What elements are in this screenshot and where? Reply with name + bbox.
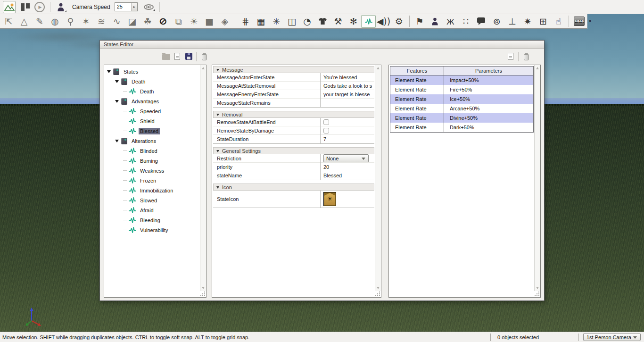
- vegetation-icon[interactable]: ☘: [140, 14, 156, 28]
- tree-item-alterations[interactable]: Alterations: [104, 136, 199, 146]
- open-button[interactable]: [160, 51, 172, 62]
- anvil-icon[interactable]: ⊥: [504, 14, 520, 28]
- eye-icon[interactable]: [144, 4, 154, 10]
- delete-button-right[interactable]: [520, 51, 532, 62]
- scroll-down-arrow[interactable]: [377, 287, 380, 289]
- section-header-icon[interactable]: Icon: [213, 184, 374, 191]
- particles-icon[interactable]: ∷: [458, 14, 474, 28]
- window-title[interactable]: States Editor: [100, 41, 544, 49]
- resize-grip[interactable]: [375, 292, 380, 297]
- book-icon[interactable]: ◫: [284, 14, 300, 28]
- vertical-scrollbar[interactable]: [375, 65, 381, 291]
- camera-speed-input[interactable]: 25: [115, 3, 131, 11]
- tree-item-death[interactable]: Death: [104, 86, 199, 96]
- clothing-icon[interactable]: [315, 14, 330, 28]
- tree-item-shield[interactable]: Shield: [104, 116, 199, 126]
- property-value[interactable]: 20: [320, 163, 374, 171]
- weapons-icon[interactable]: ⚒: [330, 14, 346, 28]
- tree-item-slowed[interactable]: Slowed: [104, 195, 199, 205]
- gizmo-icon[interactable]: ⇱: [1, 14, 17, 28]
- data-icon[interactable]: DATA: [571, 14, 587, 28]
- globe-icon[interactable]: ◍: [47, 14, 63, 28]
- delete-button[interactable]: [198, 51, 210, 62]
- states-pulse-icon[interactable]: [361, 15, 376, 28]
- expander-icon[interactable]: [115, 80, 119, 83]
- property-value[interactable]: Blessed: [320, 171, 374, 180]
- effects-wand-icon[interactable]: ✻: [346, 14, 362, 28]
- expander-icon[interactable]: [115, 140, 119, 142]
- RemoveStateByDamage-checkbox[interactable]: [323, 128, 329, 133]
- property-value[interactable]: You're blessed: [320, 73, 374, 81]
- property-value[interactable]: Gods take a look to s: [320, 82, 374, 90]
- sound-icon[interactable]: ◀)): [376, 14, 391, 28]
- pin-icon[interactable]: ⚑: [412, 14, 428, 28]
- features-column-header[interactable]: Features: [390, 67, 444, 75]
- property-value[interactable]: 7: [320, 135, 374, 143]
- camera-stand-icon[interactable]: ⚲: [63, 14, 78, 28]
- scene-logo-icon[interactable]: [3, 1, 16, 13]
- feature-row[interactable]: Element RateFire+50%: [390, 85, 533, 94]
- section-header-message[interactable]: Message: [213, 66, 374, 73]
- property-value[interactable]: ☀: [320, 191, 374, 208]
- cube-icon[interactable]: ■: [202, 14, 217, 28]
- parameters-column-header[interactable]: Parameters: [444, 67, 533, 75]
- tree-item-blessed[interactable]: Blessed: [104, 126, 199, 136]
- character-icon[interactable]: [427, 14, 443, 28]
- state-icon-button[interactable]: ☀: [323, 192, 336, 206]
- feature-row[interactable]: Element RateDivine+50%: [390, 113, 533, 123]
- restriction-dropdown[interactable]: None: [323, 154, 369, 162]
- RemoveStateAtBattleEnd-checkbox[interactable]: [323, 119, 329, 125]
- scroll-down-arrow[interactable]: [202, 287, 205, 289]
- section-header-removal[interactable]: Removal: [213, 111, 374, 118]
- terrain-cut-icon[interactable]: ◪: [124, 14, 140, 28]
- property-value[interactable]: [320, 126, 374, 134]
- road-icon[interactable]: ∿: [109, 14, 124, 28]
- scroll-up-arrow[interactable]: [536, 67, 539, 69]
- tree-item-death[interactable]: Death: [104, 76, 199, 86]
- document-button-right[interactable]: [505, 51, 516, 62]
- tree-item-advantages[interactable]: Advantages: [104, 96, 199, 106]
- star-effect-icon[interactable]: ✶: [78, 14, 94, 28]
- message-bubble-icon[interactable]: [474, 14, 489, 28]
- tree-item-afraid[interactable]: Afraid: [104, 205, 199, 215]
- feature-row[interactable]: Element RateIce+50%: [390, 94, 533, 104]
- brush-icon[interactable]: ✎: [32, 14, 48, 28]
- camera-speed-stepper[interactable]: 25 ▸: [115, 2, 138, 11]
- settings-gears-icon[interactable]: ⚙: [391, 14, 407, 28]
- tree-item-speeded[interactable]: Speeded: [104, 106, 199, 116]
- camera-mode-dropdown[interactable]: 1st Person Camera: [583, 333, 641, 341]
- save-button[interactable]: [183, 51, 194, 62]
- tree-item-vulnerability[interactable]: Vulnerability: [104, 225, 199, 235]
- expander-icon[interactable]: [107, 70, 111, 73]
- resize-grip[interactable]: [200, 292, 206, 297]
- feature-row[interactable]: Element RateDark+50%: [390, 123, 533, 132]
- property-value[interactable]: [320, 118, 374, 126]
- property-value[interactable]: [320, 99, 374, 107]
- document-button[interactable]: [172, 51, 183, 62]
- vertical-scrollbar[interactable]: [200, 65, 206, 291]
- sun-icon[interactable]: ☀: [186, 14, 202, 28]
- tree-item-immobilization[interactable]: Immobilization: [104, 185, 199, 195]
- tree-item-blinded[interactable]: Blinded: [104, 146, 199, 156]
- tree-item-bleeding[interactable]: Bleeding: [104, 215, 199, 225]
- database-table-icon[interactable]: ▦: [253, 14, 269, 28]
- wireframe-box-icon[interactable]: ◈: [217, 14, 233, 28]
- currency-icon[interactable]: ⊚: [489, 14, 504, 28]
- tree-item-states[interactable]: States: [104, 67, 199, 76]
- resize-grip[interactable]: [535, 292, 540, 297]
- tree-item-burning[interactable]: Burning: [104, 156, 199, 166]
- scroll-up-arrow[interactable]: [202, 67, 205, 69]
- play-icon[interactable]: ▶: [34, 2, 45, 12]
- compass-icon[interactable]: ⊘: [156, 14, 171, 28]
- sliders-icon[interactable]: ⋕: [238, 14, 253, 28]
- mountain-icon[interactable]: △: [17, 14, 32, 28]
- badge-icon[interactable]: ✷: [520, 14, 536, 28]
- bug-icon[interactable]: ж: [443, 14, 458, 28]
- layout-blocks-icon[interactable]: [21, 3, 30, 11]
- avatar-icon[interactable]: [56, 2, 66, 12]
- expander-icon[interactable]: [115, 100, 119, 103]
- feature-row[interactable]: Element RateArcane+50%: [390, 104, 533, 113]
- tree-item-frozen[interactable]: Frozen: [104, 175, 199, 185]
- timer-icon[interactable]: ◔: [299, 14, 315, 28]
- property-value[interactable]: your target is blesse: [320, 90, 374, 98]
